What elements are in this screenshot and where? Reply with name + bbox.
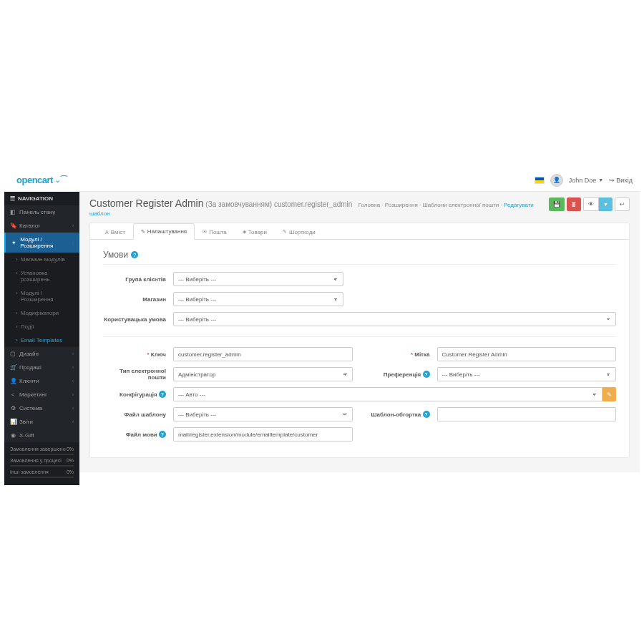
sidebar-item-sales[interactable]: 🛒Продажі ›: [4, 361, 79, 374]
pencil-icon: ✎: [607, 391, 612, 398]
sidebar-item-design[interactable]: ▢Дизайн ›: [4, 347, 79, 361]
bullet-icon: ›: [16, 310, 18, 316]
view-button[interactable]: 👁: [583, 197, 599, 211]
help-icon[interactable]: ?: [423, 371, 430, 378]
chevron-right-icon: ›: [72, 406, 74, 411]
cart-icon: ⌄⁀: [54, 175, 67, 185]
config-edit-button[interactable]: ✎: [602, 387, 616, 401]
preference-select[interactable]: --- Виберіть ---: [437, 367, 617, 381]
progress-bar: [10, 454, 74, 455]
template-file-label: Файл шаблону: [103, 411, 166, 418]
wrapper-input[interactable]: [437, 407, 617, 421]
sidebar-item-catalog[interactable]: 🔖Каталог ›: [4, 219, 79, 233]
caret-down-icon: ▼: [603, 202, 608, 207]
help-icon[interactable]: ?: [159, 391, 166, 398]
condition-select[interactable]: --- Виберіть ---: [173, 312, 616, 326]
tag-icon: 🔖: [10, 223, 16, 229]
breadcrumb-link[interactable]: Шаблони електронної пошти: [422, 202, 499, 208]
label-label: * Мітка: [367, 351, 430, 358]
sidebar-item-extensions[interactable]: ✦Модулі / Розширення ›: [4, 233, 79, 253]
progress-bar: [10, 465, 74, 467]
bullet-icon: ›: [16, 337, 18, 343]
page-title: Customer Register Admin: [89, 197, 204, 209]
sidebar-sub-modifications[interactable]: ›Модифікатори: [4, 306, 79, 320]
stat-row: Замовлення завершено0%: [10, 447, 74, 452]
page-header: Customer Register Admin (За замовчування…: [79, 192, 640, 223]
tab-products[interactable]: ◈Товари: [235, 223, 275, 240]
sidebar-item-customers[interactable]: 👤Клієнти ›: [4, 374, 79, 388]
bullet-icon: ›: [16, 256, 18, 263]
save-icon: 💾: [553, 201, 560, 208]
nav-header: ☰ NAVIGATION: [4, 192, 79, 205]
customer-group-select[interactable]: --- Виберіть ---: [173, 272, 343, 286]
page-code: customer.register_admin: [274, 200, 353, 208]
main-panel: AВміст ✎Налаштування ✉Пошта ◈Товари ✎Шор…: [89, 223, 630, 458]
magic-icon: ✎: [283, 229, 287, 235]
tab-mail[interactable]: ✉Пошта: [195, 223, 235, 240]
breadcrumb-link[interactable]: Розширення: [385, 202, 418, 208]
sidebar-item-marketing[interactable]: <Маркетинг ›: [4, 388, 79, 401]
user-name: John Doe: [569, 177, 597, 184]
save-button[interactable]: 💾: [549, 197, 565, 211]
sidebar-sub-marketplace[interactable]: ›Магазин модулів: [4, 253, 79, 266]
progress-bar: [10, 477, 74, 478]
envelope-icon: ✉: [203, 229, 207, 235]
sidebar-sub-email-templates[interactable]: ›Email Templates: [4, 333, 79, 347]
chevron-right-icon: ›: [72, 392, 74, 397]
sidebar-item-reports[interactable]: 📊Звіти ›: [4, 415, 79, 429]
back-button[interactable]: ↩: [615, 197, 630, 211]
template-file-select[interactable]: --- Виберіть ---: [173, 407, 353, 421]
logout-link[interactable]: ↪ Вихід: [609, 177, 633, 184]
logout-icon: ↪: [609, 177, 615, 184]
tab-content[interactable]: AВміст: [97, 223, 133, 240]
delete-button[interactable]: 🗑: [567, 197, 581, 211]
reply-icon: ↩: [620, 201, 625, 208]
puzzle-icon: ✦: [11, 240, 16, 246]
tab-shortcodes[interactable]: ✎Шорткоди: [275, 223, 323, 240]
bullet-icon: ›: [16, 323, 18, 330]
content-area: Customer Register Admin (За замовчування…: [79, 192, 640, 472]
key-input[interactable]: [173, 347, 353, 361]
sidebar-sub-installer[interactable]: ›Установка розширень: [4, 266, 79, 286]
help-icon[interactable]: ?: [131, 251, 138, 258]
email-type-select[interactable]: Адміністратор: [173, 367, 353, 381]
lang-file-input[interactable]: [173, 427, 353, 441]
flag-icon[interactable]: [535, 177, 545, 184]
user-dropdown[interactable]: John Doe ▼: [569, 177, 603, 184]
dropdown-button[interactable]: ▼: [599, 197, 613, 211]
sidebar-item-xgift[interactable]: ◉X-Gift: [4, 429, 79, 442]
dashboard-icon: ◧: [10, 209, 16, 215]
label-input[interactable]: [437, 347, 617, 361]
key-label: * Ключ: [103, 351, 166, 358]
chevron-right-icon: ›: [72, 240, 74, 245]
help-icon[interactable]: ?: [423, 411, 430, 418]
config-label: Конфігурація ?: [103, 391, 166, 398]
lang-file-label: Файл мови ?: [103, 431, 166, 438]
logout-label: Вихід: [616, 177, 633, 184]
cube-icon: ◈: [243, 229, 246, 235]
cart-icon: 🛒: [10, 364, 16, 371]
sidebar-item-system[interactable]: ⚙Система ›: [4, 401, 79, 415]
chart-icon: 📊: [10, 419, 16, 425]
stat-row: Замовлення у процесі0%: [10, 458, 74, 463]
sidebar-item-dashboard[interactable]: ◧Панель стану: [4, 205, 79, 219]
stat-row: Інші замовлення0%: [10, 469, 74, 474]
logo-text: opencart: [16, 175, 53, 185]
help-icon[interactable]: ?: [159, 431, 166, 438]
eye-icon: 👁: [588, 201, 594, 208]
logo[interactable]: opencart⌄⁀: [4, 169, 79, 192]
sidebar-sub-extensions[interactable]: ›Модулі / Розширення: [4, 286, 79, 306]
gear-icon: ⚙: [10, 405, 16, 411]
preference-label: Преференція ?: [367, 371, 430, 378]
breadcrumb-link[interactable]: Головна: [358, 202, 380, 208]
store-select[interactable]: --- Виберіть ---: [173, 292, 343, 306]
sidebar-stats: Замовлення завершено0% Замовлення у проц…: [4, 442, 79, 485]
chevron-right-icon: ›: [72, 351, 74, 356]
sidebar-sub-events[interactable]: ›Події: [4, 320, 79, 333]
config-select[interactable]: --- Авто ---: [173, 387, 602, 401]
condition-label: Користувацька умова: [103, 316, 166, 323]
tab-settings[interactable]: ✎Налаштування: [133, 223, 195, 240]
top-header: opencart⌄⁀ 👤 John Doe ▼ ↪ Вихід: [4, 169, 640, 192]
chevron-right-icon: ›: [72, 379, 74, 384]
avatar[interactable]: 👤: [550, 174, 563, 187]
